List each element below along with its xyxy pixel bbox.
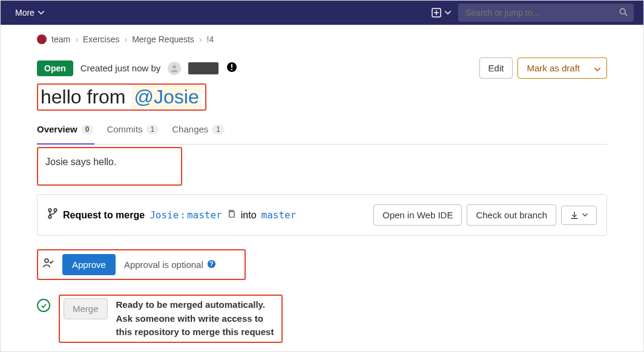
merge-label: Request to merge (63, 210, 145, 221)
title-highlight: hello from @Josie (37, 83, 206, 111)
merge-request-widget: Request to merge Josie:master into maste… (37, 194, 607, 236)
tab-changes[interactable]: Changes 1 (172, 124, 225, 140)
svg-rect-5 (231, 69, 232, 70)
tab-commits[interactable]: Commits 1 (107, 124, 159, 140)
svg-rect-9 (229, 212, 234, 217)
warning-icon (227, 62, 237, 74)
status-badge: Open (37, 60, 73, 76)
mr-title: hello from @Josie (41, 86, 202, 108)
tab-overview[interactable]: Overview 0 (37, 124, 93, 140)
approval-user-icon[interactable] (43, 258, 54, 272)
more-menu[interactable]: More (10, 4, 49, 21)
search-icon (619, 8, 628, 18)
chevron-down-icon (38, 11, 44, 15)
svg-point-1 (620, 8, 625, 14)
git-merge-icon (47, 208, 58, 222)
edit-button[interactable]: Edit (479, 57, 513, 79)
merge-section: Merge Ready to be merged automatically. … (37, 295, 607, 343)
svg-point-10 (45, 259, 48, 262)
chevron-down-icon (594, 68, 600, 71)
author-name-redacted[interactable] (188, 62, 218, 74)
mr-tabs: Overview 0 Commits 1 Changes 1 (37, 124, 607, 140)
more-label: More (15, 8, 34, 18)
checkout-branch-button[interactable]: Check out branch (467, 204, 556, 226)
chevron-down-icon (445, 11, 451, 15)
approval-section: Approve Approval is optional ? (37, 249, 246, 280)
breadcrumb-exercises[interactable]: Exercises (83, 34, 120, 44)
tab-divider (37, 144, 607, 145)
chevron-down-icon (582, 213, 588, 217)
breadcrumb-mr-id: !4 (207, 34, 214, 44)
ready-check-icon (37, 299, 50, 312)
svg-point-8 (54, 209, 57, 212)
breadcrumb-merge-requests[interactable]: Merge Requests (132, 34, 194, 44)
svg-point-6 (48, 209, 51, 212)
top-nav: More (1, 1, 643, 25)
title-text: hello from (41, 86, 126, 108)
draft-dropdown[interactable] (588, 57, 607, 79)
tab-count: 1 (146, 125, 159, 134)
download-dropdown[interactable] (561, 206, 597, 225)
download-icon (570, 211, 579, 220)
open-web-ide-button[interactable]: Open in Web IDE (373, 204, 462, 226)
approval-status-text: Approval is optional (124, 259, 203, 270)
approve-button[interactable]: Approve (62, 254, 116, 275)
svg-point-2 (173, 65, 176, 68)
mr-description: Josie says hello. (37, 147, 182, 186)
created-text: Created just now by (80, 63, 161, 73)
into-label: into (241, 210, 257, 221)
new-menu[interactable] (432, 8, 451, 18)
breadcrumb-team[interactable]: team (51, 34, 70, 44)
tab-count: 0 (81, 125, 94, 134)
svg-point-7 (48, 215, 51, 218)
help-icon[interactable]: ? (207, 259, 216, 270)
target-branch-link[interactable]: master (261, 209, 297, 221)
svg-rect-4 (231, 64, 232, 68)
user-mention[interactable]: @Josie (132, 86, 202, 108)
plus-square-icon (432, 8, 441, 18)
breadcrumb: team › Exercises › Merge Requests › !4 (37, 34, 607, 44)
group-avatar-icon (37, 34, 47, 44)
tab-label: Changes (172, 124, 208, 134)
search-input[interactable] (458, 4, 634, 22)
tab-label: Commits (107, 124, 142, 134)
merge-button[interactable]: Merge (64, 298, 108, 319)
merge-status-text: Ready to be merged automatically. Ask so… (116, 298, 278, 339)
tab-count: 1 (212, 125, 225, 134)
copy-branch-icon[interactable] (227, 209, 236, 221)
source-user-link[interactable]: Josie (150, 209, 179, 221)
tab-label: Overview (37, 124, 77, 134)
source-branch-link[interactable]: master (187, 209, 222, 221)
svg-text:?: ? (209, 261, 213, 267)
avatar[interactable] (168, 62, 181, 75)
mark-draft-button[interactable]: Mark as draft (518, 57, 589, 79)
